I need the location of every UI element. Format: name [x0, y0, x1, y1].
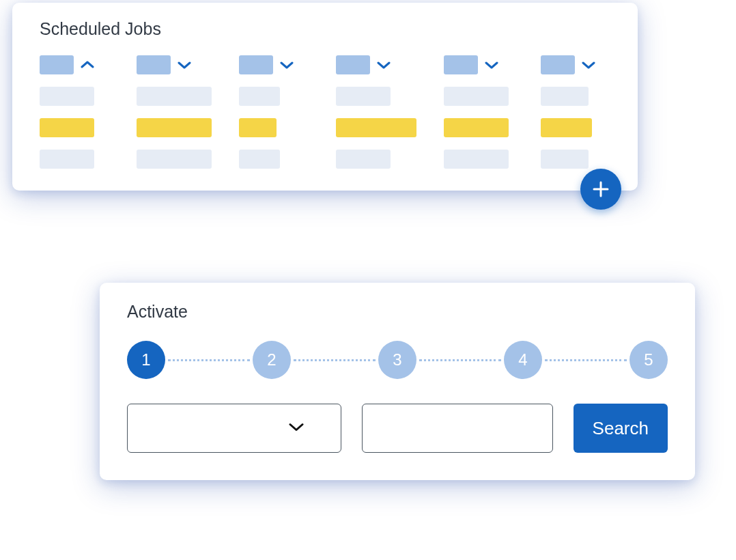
step-4[interactable]: 4 — [504, 341, 542, 379]
search-input[interactable] — [362, 404, 553, 453]
job-cell-highlight — [239, 118, 277, 137]
column-header-3[interactable] — [239, 55, 309, 74]
job-cell — [137, 87, 212, 106]
job-cell — [444, 150, 509, 169]
column-header-4[interactable] — [336, 55, 416, 74]
step-connector — [294, 359, 376, 361]
column-header-6[interactable] — [541, 55, 610, 74]
search-form: Search — [127, 404, 668, 453]
jobs-card-title: Scheduled Jobs — [40, 19, 610, 39]
chevron-up-icon — [81, 61, 94, 69]
chevron-down-icon — [377, 61, 391, 69]
step-1[interactable]: 1 — [127, 341, 165, 379]
activate-card-title: Activate — [127, 302, 668, 322]
job-cell-highlight — [40, 118, 94, 137]
job-cell — [137, 150, 212, 169]
job-cell-highlight — [336, 118, 416, 137]
chevron-down-icon — [178, 61, 191, 69]
step-connector — [419, 359, 501, 361]
step-5[interactable]: 5 — [629, 341, 668, 379]
stepper: 1 2 3 4 5 — [127, 341, 668, 379]
activate-card: Activate 1 2 3 4 5 Search — [100, 283, 695, 480]
scheduled-jobs-card: Scheduled Jobs — [12, 3, 638, 191]
job-cell — [541, 87, 589, 106]
job-cell — [444, 87, 509, 106]
job-cell-highlight — [541, 118, 592, 137]
chevron-down-icon — [485, 61, 498, 69]
select-field[interactable] — [127, 404, 341, 453]
column-header-5[interactable] — [444, 55, 513, 74]
column-header-1[interactable] — [40, 55, 109, 74]
step-2[interactable]: 2 — [253, 341, 291, 379]
col-header-box — [444, 55, 478, 74]
job-cell — [40, 150, 94, 169]
search-button[interactable]: Search — [574, 404, 668, 453]
step-connector — [168, 359, 250, 361]
chevron-down-icon — [280, 61, 294, 69]
chevron-down-icon — [289, 421, 304, 436]
plus-icon — [591, 180, 610, 199]
col-header-box — [239, 55, 273, 74]
job-cell — [239, 87, 280, 106]
col-header-box — [541, 55, 575, 74]
step-3[interactable]: 3 — [378, 341, 416, 379]
job-cell — [40, 87, 94, 106]
step-connector — [545, 359, 627, 361]
job-cell — [541, 150, 589, 169]
job-cell-highlight — [137, 118, 212, 137]
col-header-box — [40, 55, 74, 74]
col-header-box — [137, 55, 171, 74]
chevron-down-icon — [582, 61, 595, 69]
jobs-grid — [40, 55, 610, 169]
col-header-box — [336, 55, 370, 74]
job-cell — [239, 150, 280, 169]
job-cell-highlight — [444, 118, 509, 137]
job-cell — [336, 87, 391, 106]
job-cell — [336, 150, 391, 169]
add-job-button[interactable] — [580, 169, 621, 210]
column-header-2[interactable] — [137, 55, 212, 74]
